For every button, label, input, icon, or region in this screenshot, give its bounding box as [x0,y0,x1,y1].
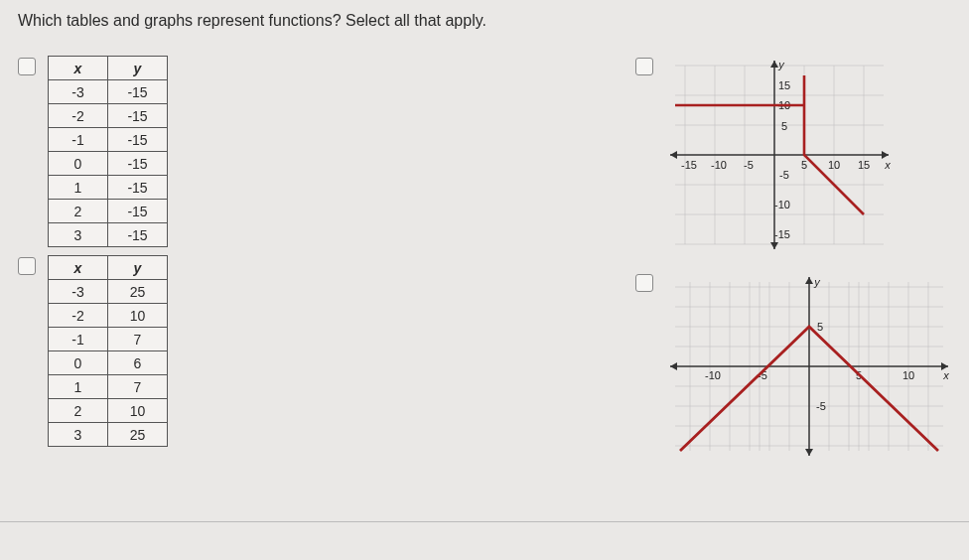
table-row: -1-15 [49,128,168,152]
tick-label: -10 [774,199,790,210]
table-row: 3-15 [49,223,168,247]
table-2: x y -325 -210 -17 06 17 210 325 [48,255,168,447]
cell: 3 [49,223,108,247]
cell: -15 [108,104,168,128]
arrow-icon [805,449,813,456]
col-header-y: y [108,256,168,280]
option-table-2: x y -325 -210 -17 06 17 210 325 [18,255,168,447]
checkbox-table-2[interactable] [18,257,36,275]
arrow-icon [770,61,778,68]
cell: 7 [108,375,168,399]
arrow-icon [670,151,677,159]
col-header-y: y [108,57,168,80]
tick-label: -5 [779,169,789,181]
table-row: -3-15 [49,80,168,104]
cell: 2 [49,399,108,423]
table-row: 2-15 [49,200,168,223]
table-row: 0-15 [49,152,168,176]
tick-label: 10 [902,369,914,381]
cell: -1 [49,328,108,351]
cell: 1 [49,176,108,200]
table-row: -17 [49,328,168,351]
cell: -15 [108,176,168,200]
tick-label: -10 [705,369,721,381]
table-row: 06 [49,351,168,375]
cell: 25 [108,423,168,447]
tick-label: -10 [711,159,727,171]
option-graph-2: 5 -5 -10 -5 5 10 y x [635,272,953,461]
content-area: x y -3-15 -2-15 -1-15 0-15 1-15 2-15 3-1… [18,56,951,447]
divider-line [0,521,969,522]
option-graph-1: 15 10 5 -5 -10 -15 -15 -10 -5 5 10 15 y … [635,56,953,254]
cell: 0 [49,351,108,375]
tick-label: 5 [801,159,807,171]
option-table-1: x y -3-15 -2-15 -1-15 0-15 1-15 2-15 3-1… [18,56,168,247]
tick-label: 5 [817,321,823,333]
tick-label: -5 [744,159,754,171]
col-header-x: x [49,256,108,280]
cell: 0 [49,152,108,176]
cell: -2 [49,104,108,128]
axis-label: y [777,59,785,70]
cell: -15 [108,80,168,104]
arrow-icon [770,242,778,249]
cell: 6 [108,351,168,375]
tick-label: 15 [858,159,870,171]
cell: -15 [108,200,168,223]
cell: 10 [108,399,168,423]
cell: -15 [108,128,168,152]
cell: 3 [49,423,108,447]
arrow-icon [670,362,677,370]
table-row: -210 [49,304,168,328]
cell: 10 [108,304,168,328]
checkbox-table-1[interactable] [18,58,36,75]
cell: 1 [49,375,108,399]
cell: 2 [49,200,108,223]
table-row: -2-15 [49,104,168,128]
arrow-icon [805,277,813,284]
checkbox-graph-1[interactable] [635,58,653,75]
axis-label: x [942,369,949,381]
table-row: 325 [49,423,168,447]
cell: -15 [108,223,168,247]
graphs-column: 15 10 5 -5 -10 -15 -15 -10 -5 5 10 15 y … [635,56,953,461]
tick-label: -15 [681,159,697,171]
axis-label: x [884,159,891,171]
tables-column: x y -3-15 -2-15 -1-15 0-15 1-15 2-15 3-1… [18,56,168,447]
cell: -1 [49,128,108,152]
question-text: Which tables and graphs represent functi… [18,12,951,30]
tick-label: -15 [774,228,790,240]
checkbox-graph-2[interactable] [635,274,653,292]
tick-label: -5 [816,400,826,412]
graph-2: 5 -5 -10 -5 5 10 y x [665,272,953,461]
cell: 25 [108,280,168,304]
table-1: x y -3-15 -2-15 -1-15 0-15 1-15 2-15 3-1… [48,56,168,247]
cell: -3 [49,280,108,304]
table-row: -325 [49,280,168,304]
cell: -2 [49,304,108,328]
cell: -3 [49,80,108,104]
arrow-icon [882,151,889,159]
table-row: x y [49,57,168,80]
tick-label: 10 [828,159,840,171]
tick-label: 5 [781,120,787,132]
table-row: 1-15 [49,176,168,200]
tick-label: 15 [778,79,790,91]
table-row: 210 [49,399,168,423]
graph-1: 15 10 5 -5 -10 -15 -15 -10 -5 5 10 15 y … [665,56,894,254]
cell: 7 [108,328,168,351]
table-row: 17 [49,375,168,399]
table-row: x y [49,256,168,280]
axis-label: y [813,276,821,288]
cell: -15 [108,152,168,176]
col-header-x: x [49,57,108,80]
